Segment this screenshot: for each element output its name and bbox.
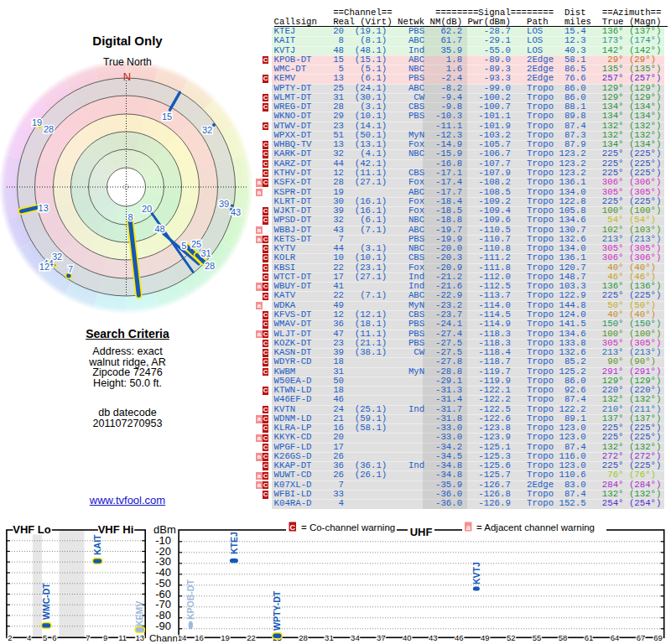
svg-text:58: 58 xyxy=(559,633,568,642)
svg-text:13: 13 xyxy=(39,203,49,213)
svg-text:7: 7 xyxy=(86,633,90,642)
svg-text:14: 14 xyxy=(178,633,187,642)
svg-text:25: 25 xyxy=(191,239,201,249)
svg-text:15: 15 xyxy=(162,112,172,122)
svg-text:69: 69 xyxy=(653,633,663,642)
svg-text:55: 55 xyxy=(533,633,542,642)
svg-text:KEMV: KEMV xyxy=(134,601,144,626)
svg-text:KTEJ: KTEJ xyxy=(229,532,239,554)
svg-text:43: 43 xyxy=(429,633,438,642)
svg-text:52: 52 xyxy=(507,633,516,642)
svg-text:67: 67 xyxy=(637,633,646,642)
svg-text:UHF: UHF xyxy=(410,526,433,538)
svg-text:7: 7 xyxy=(68,264,73,274)
svg-text:16: 16 xyxy=(195,633,204,642)
svg-text:32: 32 xyxy=(202,125,212,135)
svg-text:2: 2 xyxy=(8,633,12,642)
svg-text:C: C xyxy=(289,523,295,532)
svg-text:11: 11 xyxy=(118,633,127,642)
svg-text:9: 9 xyxy=(103,633,107,642)
svg-text:43: 43 xyxy=(231,207,241,217)
svg-text:N: N xyxy=(123,70,131,83)
svg-text:KVTJ: KVTJ xyxy=(471,562,481,584)
svg-text:KAIT: KAIT xyxy=(92,534,102,555)
svg-text:46: 46 xyxy=(455,633,464,642)
svg-text:4: 4 xyxy=(27,633,31,642)
svg-text:32: 32 xyxy=(52,252,62,262)
svg-text:12: 12 xyxy=(39,262,49,272)
svg-text:49: 49 xyxy=(481,633,490,642)
svg-text:= Co-channel warning: = Co-channel warning xyxy=(301,522,395,532)
svg-text:28: 28 xyxy=(44,124,54,134)
svg-text:64: 64 xyxy=(611,633,620,642)
svg-text:KPOB-DT: KPOB-DT xyxy=(185,579,195,620)
svg-text:5: 5 xyxy=(43,633,47,642)
svg-text:61: 61 xyxy=(585,633,594,642)
svg-text:19: 19 xyxy=(32,117,42,127)
svg-text:6: 6 xyxy=(52,633,56,642)
svg-text:28: 28 xyxy=(299,633,308,642)
svg-text:48: 48 xyxy=(154,224,164,234)
svg-text:5: 5 xyxy=(181,241,186,251)
svg-text:28: 28 xyxy=(205,261,215,271)
svg-text:22: 22 xyxy=(247,633,256,642)
svg-text:40: 40 xyxy=(403,633,412,642)
svg-text:20: 20 xyxy=(142,204,152,214)
svg-text:VHF Hi: VHF Hi xyxy=(98,523,134,536)
svg-text:-90: -90 xyxy=(155,620,171,632)
svg-text:39: 39 xyxy=(219,199,229,209)
svg-text:WMC-DT: WMC-DT xyxy=(41,583,51,620)
svg-text:= Adjacent channel warning: = Adjacent channel warning xyxy=(476,522,595,532)
svg-text:31: 31 xyxy=(325,633,334,642)
svg-text:VHF Lo: VHF Lo xyxy=(13,523,51,536)
svg-text:31: 31 xyxy=(200,248,211,258)
svg-text:WPTY-DT: WPTY-DT xyxy=(272,590,282,631)
svg-text:37: 37 xyxy=(377,633,386,642)
svg-text:13: 13 xyxy=(136,633,145,642)
svg-text:19: 19 xyxy=(221,633,230,642)
svg-text:34: 34 xyxy=(351,633,360,642)
svg-text:8: 8 xyxy=(127,212,133,222)
